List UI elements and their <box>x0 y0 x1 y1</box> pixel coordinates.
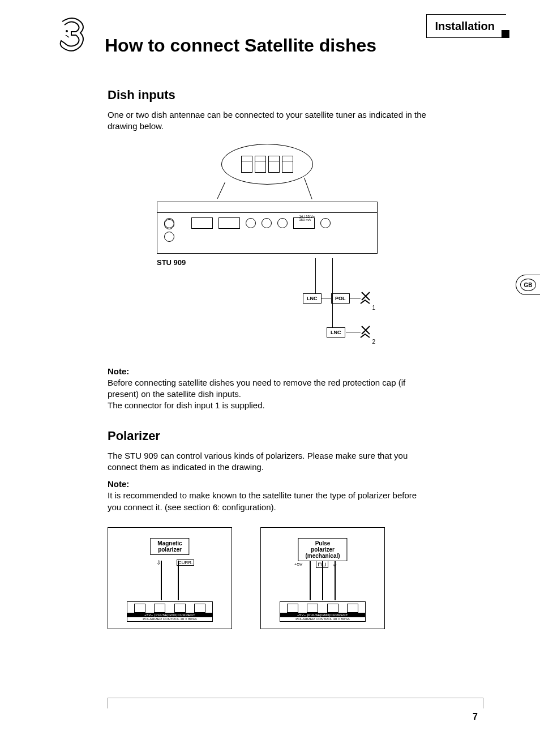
dish-intro-text: One or two dish antennae can be connecte… <box>108 109 427 133</box>
heading-polarizer: Polarizer <box>108 429 427 443</box>
chapter-number-icon <box>57 17 88 57</box>
lnc-box-2: LNC <box>327 327 345 338</box>
dish-icon-1: 1 <box>359 290 372 309</box>
section-label-box: Installation <box>426 14 506 38</box>
pol-box: POL <box>331 293 350 304</box>
section-label: Installation <box>435 20 495 33</box>
pulse-polarizer-diagram: Pulse polarizer (mechanical) +5V ⊓⊔ ⏚ +5… <box>260 527 385 629</box>
heading-dish-inputs: Dish inputs <box>108 88 427 102</box>
magnetic-label: Magnetic polarizer <box>150 538 189 555</box>
note-body-2: It is recommended to make known to the s… <box>108 490 417 511</box>
page-title: How to connect Satellite dishes <box>105 34 409 57</box>
svg-point-0 <box>66 30 68 32</box>
language-code: GB <box>520 279 536 291</box>
lnc-box-1: LNC <box>303 293 322 304</box>
page-number: 7 <box>108 712 483 722</box>
pulse-label: Pulse polarizer (mechanical) <box>298 538 347 561</box>
note-label-1: Note: <box>108 366 129 376</box>
terminal-strip-1: +5V~ |PULSE|GND|CURRENT <box>127 613 212 617</box>
curr-label: CURR. <box>177 559 194 566</box>
main-connection-diagram: 14 / 18 V~ 350 mA STU 909 <box>157 144 378 354</box>
dish-icon-2: 2 <box>359 324 372 343</box>
terminal-strip-2: +5V~ |PULSE|GND|CURRENT <box>280 613 365 617</box>
magnetic-polarizer-diagram: Magnetic polarizer ⇩ CURR. +5V~ |PULSE|G… <box>108 527 232 629</box>
language-tab: GB <box>516 275 540 295</box>
footer-rule <box>108 698 483 708</box>
device-model-label: STU 909 <box>157 258 378 267</box>
terminal-sub-1: POLARIZER CONTROL 40 × 80mA <box>127 617 212 621</box>
polarizer-intro-text: The STU 909 can control various kinds of… <box>108 450 427 473</box>
plus5v-label: +5V <box>294 562 302 567</box>
note-label-2: Note: <box>108 479 129 489</box>
note-body-1: Before connecting satellite dishes you n… <box>108 378 405 411</box>
terminal-sub-2: POLARIZER CONTROL 40 × 80mA <box>280 617 365 621</box>
panel-voltage-text: 14 / 18 V~ 350 mA <box>299 215 315 221</box>
